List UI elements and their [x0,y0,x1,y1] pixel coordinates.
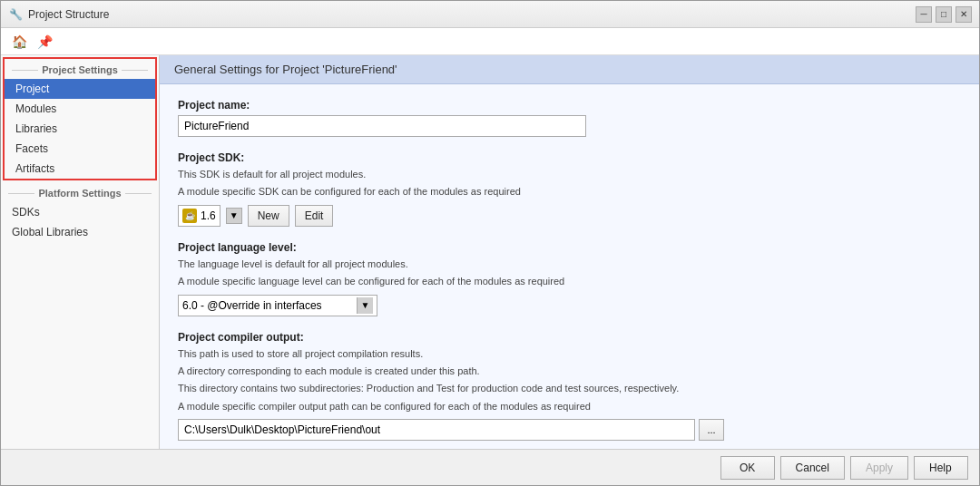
sdk-dropdown-arrow[interactable]: ▼ [226,208,242,224]
project-name-section: Project name: [178,99,961,137]
project-sdk-hint2: A module specific SDK can be configured … [178,185,961,199]
toolbar: 🏠 📌 [1,28,979,55]
project-compiler-hint3: This directory contains two subdirectori… [178,382,961,395]
sidebar-item-libraries[interactable]: Libraries [5,119,155,139]
project-compiler-section: Project compiler output: This path is us… [178,331,961,442]
close-button[interactable]: ✕ [956,6,972,23]
content-header: General Settings for Project 'PictureFri… [160,55,979,84]
window-title: Project Structure [28,8,916,21]
project-sdk-hint1: This SDK is default for all project modu… [178,168,961,181]
project-settings-section: Project Settings Project Modules Librari… [3,57,157,180]
sdk-select-wrapper[interactable]: ☕ 1.6 [178,205,220,227]
platform-settings-header: Platform Settings [1,182,159,202]
toolbar-down-button[interactable]: 📌 [34,31,55,53]
toolbar-up-button[interactable]: 🏠 [8,31,30,53]
project-lang-label: Project language level: [178,241,961,254]
lang-select-wrapper[interactable]: 6.0 - @Override in interfaces ▼ [178,295,377,316]
project-lang-hint1: The language level is default for all pr… [178,258,961,271]
help-button[interactable]: Help [914,456,968,480]
project-compiler-hint1: This path is used to store all project c… [178,347,961,361]
platform-settings-section: Platform Settings SDKs Global Libraries [1,182,159,242]
sidebar: Project Settings Project Modules Librari… [1,55,160,449]
sidebar-item-project[interactable]: Project [5,79,155,99]
project-sdk-section: Project SDK: This SDK is default for all… [178,151,961,227]
apply-button[interactable]: Apply [850,456,908,480]
project-structure-window: 🔧 Project Structure ─ □ ✕ 🏠 📌 Project Se… [0,0,980,486]
cancel-button[interactable]: Cancel [780,456,845,480]
project-compiler-label: Project compiler output: [178,331,961,344]
project-name-label: Project name: [178,99,961,112]
project-lang-hint2: A module specific language level can be … [178,275,961,288]
lang-select-value: 6.0 - @Override in interfaces [182,299,357,312]
compiler-output-input[interactable] [178,419,695,441]
sidebar-item-modules[interactable]: Modules [5,99,155,119]
compiler-output-row: ... [178,419,961,441]
sdk-edit-button[interactable]: Edit [295,205,334,227]
project-compiler-hint4: A module specific compiler output path c… [178,400,961,413]
content-body: Project name: Project SDK: This SDK is d… [160,84,979,449]
window-controls: ─ □ ✕ [916,6,972,23]
sidebar-item-artifacts[interactable]: Artifacts [5,159,155,179]
project-name-input[interactable] [178,115,586,137]
window-icon: 🔧 [8,7,23,22]
help-label: Help [929,462,952,474]
sdk-new-button[interactable]: New [248,205,289,227]
ok-button[interactable]: OK [720,456,775,480]
footer: OK Cancel Apply Help [1,449,979,485]
title-bar: 🔧 Project Structure ─ □ ✕ [1,1,979,28]
lang-dropdown-arrow[interactable]: ▼ [357,297,373,314]
sdk-row: ☕ 1.6 ▼ New Edit [178,205,961,227]
project-compiler-hint2: A directory corresponding to each module… [178,364,961,378]
project-sdk-label: Project SDK: [178,151,961,164]
sidebar-item-facets[interactable]: Facets [5,139,155,159]
sdk-java-icon: ☕ [182,209,197,223]
minimize-button[interactable]: ─ [916,6,932,23]
sidebar-item-global-libraries[interactable]: Global Libraries [1,222,159,242]
project-lang-section: Project language level: The language lev… [178,241,961,316]
sdk-select-value: 1.6 [201,209,216,222]
project-settings-header: Project Settings [5,59,155,79]
main-content: Project Settings Project Modules Librari… [1,55,979,449]
compiler-browse-button[interactable]: ... [699,419,724,441]
content-area: General Settings for Project 'PictureFri… [160,55,979,449]
sidebar-item-sdks[interactable]: SDKs [1,202,159,222]
maximize-button[interactable]: □ [936,6,952,23]
